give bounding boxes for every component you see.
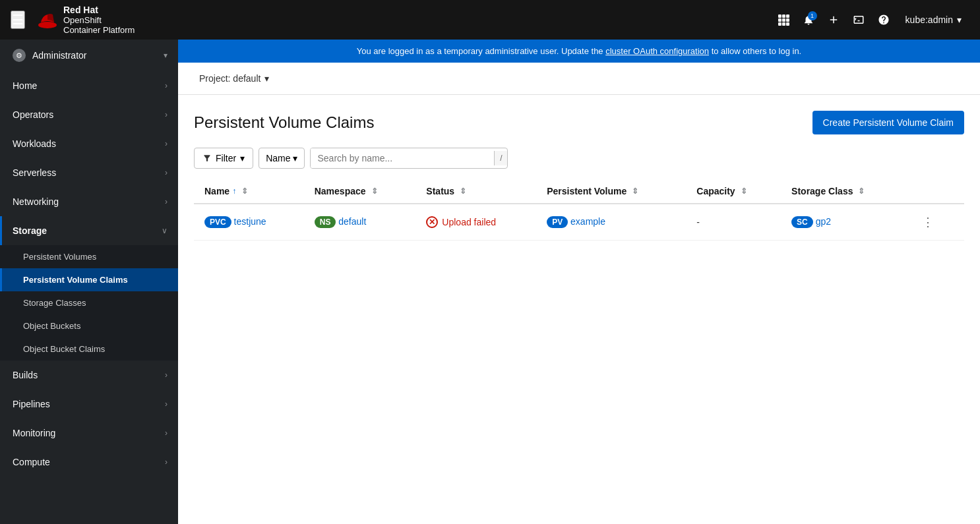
persistent-volume-claims-label: Persistent Volume Claims: [23, 275, 128, 285]
cell-name: PVC testjune: [194, 204, 304, 241]
pv-link[interactable]: example: [570, 216, 605, 227]
persistent-volumes-label: Persistent Volumes: [23, 252, 96, 262]
sidebar-item-networking[interactable]: Networking ›: [0, 187, 178, 216]
search-input[interactable]: [311, 148, 494, 168]
filter-name-dropdown[interactable]: Name ▾: [259, 148, 305, 169]
role-selector[interactable]: ⚙ Administrator ▾: [0, 40, 178, 71]
project-selector-button[interactable]: Project: default ▾: [194, 71, 274, 86]
status-text: Upload failed: [442, 217, 496, 227]
home-label: Home: [13, 80, 37, 91]
user-arrow: ▾: [957, 15, 962, 25]
role-icon: ⚙: [13, 49, 26, 62]
cell-namespace: NS default: [304, 204, 416, 241]
sidebar-item-pipelines[interactable]: Pipelines ›: [0, 390, 178, 419]
svg-rect-1: [778, 15, 781, 18]
col-pv-label: Persistent Volume: [547, 186, 627, 196]
filter-arrow: ▾: [240, 153, 245, 163]
sidebar-item-persistent-volumes[interactable]: Persistent Volumes: [0, 245, 178, 268]
sidebar-item-compute[interactable]: Compute ›: [0, 448, 178, 477]
help-button[interactable]: [873, 9, 895, 31]
storage-chevron: ∨: [162, 226, 168, 235]
terminal-icon: [853, 14, 865, 26]
col-header-status[interactable]: Status ⇕: [415, 179, 536, 204]
row-actions-button[interactable]: ⋮: [917, 212, 939, 232]
sidebar-item-persistent-volume-claims[interactable]: Persistent Volume Claims: [0, 268, 178, 291]
col-header-persistent-volume[interactable]: Persistent Volume ⇕: [536, 179, 686, 204]
sidebar-item-serverless[interactable]: Serverless ›: [0, 158, 178, 187]
pvc-name-link[interactable]: testjune: [234, 216, 266, 227]
pipelines-label: Pipelines: [13, 399, 50, 409]
filter-bar: Filter ▾ Name ▾ /: [194, 148, 964, 169]
svg-point-0: [38, 22, 57, 28]
sidebar-item-object-buckets[interactable]: Object Buckets: [0, 314, 178, 337]
role-chevron: ▾: [164, 51, 168, 60]
sc-link[interactable]: gp2: [816, 216, 831, 227]
sidebar-item-object-bucket-claims[interactable]: Object Bucket Claims: [0, 337, 178, 361]
sidebar-item-operators[interactable]: Operators ›: [0, 100, 178, 129]
ns-badge: NS: [315, 216, 336, 228]
storage-section: Storage ∨ Persistent Volumes Persistent …: [0, 216, 178, 361]
add-button[interactable]: [822, 9, 845, 31]
sidebar-item-builds[interactable]: Builds ›: [0, 361, 178, 390]
user-menu-button[interactable]: kube:admin ▾: [898, 9, 969, 30]
cell-sc: SC gp2: [781, 204, 906, 241]
namespace-link[interactable]: default: [338, 216, 366, 227]
alert-message-end: to allow others to log in.: [709, 46, 801, 56]
create-pvc-button[interactable]: Create Persistent Volume Claim: [812, 111, 964, 134]
status-error-icon: ✕: [426, 216, 438, 228]
brand-line3: Container Platform: [63, 25, 135, 35]
filter-icon: [202, 154, 212, 163]
terminal-button[interactable]: [847, 9, 870, 31]
pv-badge: PV: [547, 216, 568, 228]
redhat-logo: Red Hat OpenShift Container Platform: [36, 5, 135, 35]
compute-label: Compute: [13, 457, 50, 467]
storage-submenu: Persistent Volumes Persistent Volume Cla…: [0, 245, 178, 361]
brand-line2: OpenShift: [63, 15, 135, 25]
col-header-capacity[interactable]: Capacity ⇕: [686, 179, 781, 204]
sidebar-item-workloads[interactable]: Workloads ›: [0, 129, 178, 158]
hamburger-menu[interactable]: ☰: [11, 11, 25, 29]
user-label: kube:admin: [905, 15, 953, 25]
col-header-namespace[interactable]: Namespace ⇕: [304, 179, 416, 204]
svg-rect-9: [786, 22, 789, 26]
col-sc-sort: ⇕: [858, 187, 865, 196]
plus-icon: [828, 14, 840, 26]
search-slash-hint: /: [494, 151, 507, 165]
project-bar: Project: default ▾: [178, 63, 980, 95]
networking-label: Networking: [13, 196, 59, 207]
table-body: PVC testjune NS default ✕ Upload failed: [194, 204, 964, 241]
main-layout: ⚙ Administrator ▾ Home › Operators › Wor…: [0, 40, 980, 524]
sidebar: ⚙ Administrator ▾ Home › Operators › Wor…: [0, 40, 178, 524]
role-label: Administrator: [32, 50, 86, 61]
status-cell: ✕ Upload failed: [426, 216, 526, 228]
col-header-name[interactable]: Name ↑ ⇕: [194, 179, 304, 204]
builds-label: Builds: [13, 370, 38, 380]
table-header: Name ↑ ⇕ Namespace ⇕: [194, 179, 964, 204]
col-name-sort: ⇕: [241, 187, 248, 196]
svg-rect-7: [778, 22, 781, 26]
apps-icon-button[interactable]: [772, 9, 795, 31]
builds-chevron: ›: [165, 370, 168, 380]
sidebar-item-storage[interactable]: Storage ∨: [0, 216, 178, 245]
sidebar-item-monitoring[interactable]: Monitoring ›: [0, 419, 178, 448]
col-namespace-label: Namespace: [315, 186, 366, 196]
oauth-config-link[interactable]: cluster OAuth configuration: [605, 46, 709, 56]
cell-row-actions: ⋮: [906, 204, 964, 241]
operators-label: Operators: [13, 109, 53, 120]
notification-badge: 1: [808, 11, 817, 20]
svg-rect-8: [782, 22, 785, 26]
notifications-button[interactable]: 1: [797, 9, 820, 31]
brand-text-block: Red Hat OpenShift Container Platform: [63, 5, 135, 35]
col-header-actions: [906, 179, 964, 204]
col-header-storage-class[interactable]: Storage Class ⇕: [781, 179, 906, 204]
workloads-chevron: ›: [165, 139, 168, 148]
home-chevron: ›: [165, 81, 168, 90]
filter-button[interactable]: Filter ▾: [194, 148, 253, 169]
storage-label: Storage: [13, 225, 47, 236]
sidebar-item-storage-classes[interactable]: Storage Classes: [0, 291, 178, 314]
cell-pv: PV example: [536, 204, 686, 241]
svg-rect-5: [782, 18, 785, 22]
table-row: PVC testjune NS default ✕ Upload failed: [194, 204, 964, 241]
page-title: Persistent Volume Claims: [194, 113, 374, 132]
sidebar-item-home[interactable]: Home ›: [0, 71, 178, 100]
